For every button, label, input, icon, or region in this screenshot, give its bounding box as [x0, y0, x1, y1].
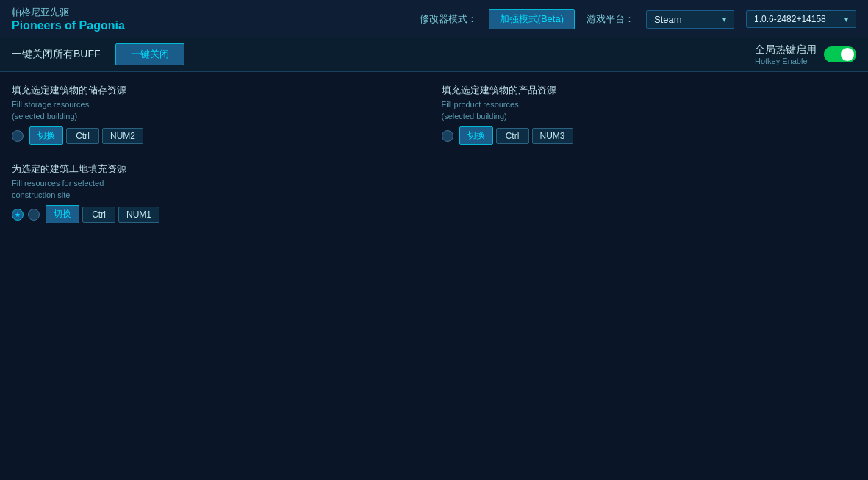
title-english: Pioneers of Pagonia [12, 19, 125, 32]
hotkey-toggle[interactable] [824, 46, 856, 62]
mod-fill-construction-key-ctrl: Ctrl [82, 207, 115, 223]
mod-fill-construction-star-icon: ★ [12, 209, 24, 221]
mod-fill-construction-key-num1: NUM1 [118, 207, 159, 223]
mod-fill-storage-key-ctrl: Ctrl [66, 128, 99, 144]
mod-fill-product-switch-btn[interactable]: 切换 [459, 126, 493, 145]
version-select[interactable]: 1.0.6-2482+14158 ▾ [746, 10, 856, 28]
mod-fill-storage-controls: 切换 Ctrl NUM2 [12, 126, 427, 145]
mod-fill-product-controls: 切换 Ctrl NUM3 [442, 126, 857, 145]
title-chinese: 帕格尼亚先驱 [12, 6, 125, 19]
mod-fill-construction-title-cn: 为选定的建筑工地填充资源 [12, 162, 427, 176]
hotkey-label-en: Hotkey Enable [755, 57, 808, 65]
right-panel: 填充选定建筑物的产品资源 Fill product resources (sel… [442, 84, 857, 223]
version-value: 1.0.6-2482+14158 [754, 14, 826, 24]
mod-fill-product-keybind: 切换 Ctrl NUM3 [459, 126, 573, 145]
mod-fill-storage-title-en2: (selected building) [12, 112, 427, 121]
header-controls: 修改器模式： 加强模式(Beta) 游戏平台： Steam ▾ 1.0.6-24… [420, 9, 856, 29]
mod-fill-construction-keybind: 切换 Ctrl NUM1 [46, 205, 159, 223]
one-key-section: 一键关闭所有BUFF 一键关闭 [12, 43, 184, 65]
mod-item-fill-construction: 为选定的建筑工地填充资源 Fill resources for selected… [12, 162, 427, 223]
subheader-bar: 一键关闭所有BUFF 一键关闭 全局热键启用 Hotkey Enable [0, 37, 868, 72]
mod-fill-product-title-en1: Fill product resources [442, 100, 857, 109]
mod-fill-storage-title-cn: 填充选定建筑物的储存资源 [12, 84, 427, 97]
mod-fill-construction-switch-btn[interactable]: 切换 [46, 205, 79, 223]
mod-fill-storage-toggle [12, 130, 24, 142]
platform-select[interactable]: Steam ▾ [646, 10, 734, 29]
main-content: 填充选定建筑物的储存资源 Fill storage resources (sel… [0, 72, 868, 235]
mod-fill-storage-title-en1: Fill storage resources [12, 100, 427, 109]
mod-fill-construction-title-en2: construction site [12, 190, 427, 199]
mod-item-fill-product: 填充选定建筑物的产品资源 Fill product resources (sel… [442, 84, 857, 145]
platform-label: 游戏平台： [587, 12, 634, 26]
chevron-down-icon: ▾ [722, 15, 726, 24]
mod-fill-product-key-ctrl: Ctrl [496, 128, 529, 144]
mod-fill-product-title-en2: (selected building) [442, 112, 857, 121]
mode-button[interactable]: 加强模式(Beta) [489, 9, 575, 29]
one-key-button[interactable]: 一键关闭 [115, 43, 184, 65]
one-key-label: 一键关闭所有BUFF [12, 48, 101, 61]
toggle-thumb [841, 48, 854, 61]
mod-fill-storage-indicator [12, 130, 24, 142]
mod-item-fill-storage: 填充选定建筑物的储存资源 Fill storage resources (sel… [12, 84, 427, 145]
mod-fill-storage-keybind: 切换 Ctrl NUM2 [29, 126, 143, 145]
mod-fill-construction-toggle: ★ [12, 209, 40, 221]
mod-fill-construction-indicator [28, 209, 40, 221]
mod-fill-construction-controls: ★ 切换 Ctrl NUM1 [12, 205, 427, 223]
mod-fill-storage-switch-btn[interactable]: 切换 [29, 126, 63, 145]
mod-fill-product-title-cn: 填充选定建筑物的产品资源 [442, 84, 857, 97]
mod-fill-product-indicator [442, 130, 453, 142]
left-panel: 填充选定建筑物的储存资源 Fill storage resources (sel… [12, 84, 427, 223]
mod-fill-product-key-num3: NUM3 [532, 128, 573, 144]
hotkey-label-cn: 全局热键启用 [755, 43, 817, 57]
title-block: 帕格尼亚先驱 Pioneers of Pagonia [12, 6, 125, 32]
toggle-track [824, 46, 856, 62]
hotkey-text-block: 全局热键启用 Hotkey Enable [755, 43, 817, 65]
mode-label: 修改器模式： [420, 12, 477, 26]
chevron-down-icon-2: ▾ [844, 15, 848, 24]
app-header: 帕格尼亚先驱 Pioneers of Pagonia 修改器模式： 加强模式(B… [0, 0, 868, 37]
platform-value: Steam [654, 14, 682, 25]
hotkey-section: 全局热键启用 Hotkey Enable [755, 43, 856, 65]
mod-fill-construction-title-en1: Fill resources for selected [12, 179, 427, 187]
mod-fill-product-toggle [442, 130, 453, 142]
mod-fill-storage-key-num2: NUM2 [102, 128, 143, 144]
